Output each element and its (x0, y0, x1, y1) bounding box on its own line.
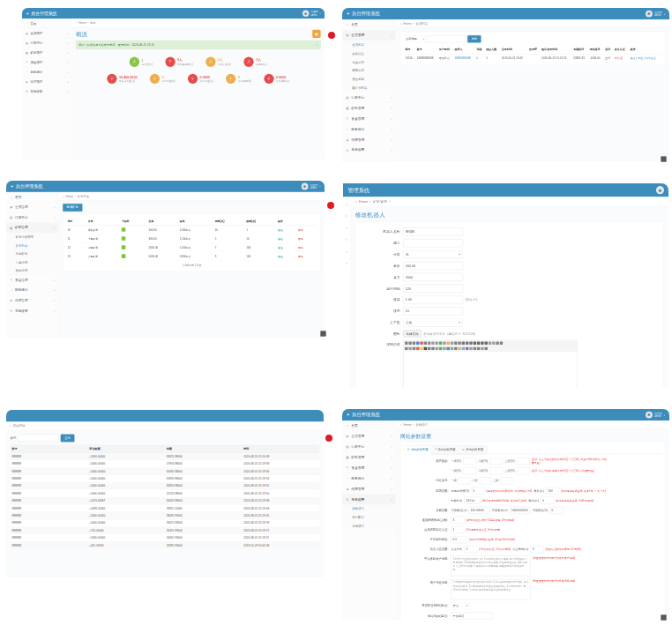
editor-tool-icon[interactable] (431, 347, 434, 350)
sidebar-subitem[interactable]: 订单记录 (6, 258, 58, 267)
table-header-cell[interactable]: 余额排序 (572, 46, 588, 54)
search-control[interactable] (19, 435, 59, 442)
filter-control[interactable] (429, 35, 466, 42)
table-row[interactable]: 888888+1440.0000017905.980002020-08-15 2… (11, 460, 319, 467)
table-row[interactable]: 888888+720.0000025451.930002020-08-15 21… (11, 527, 319, 534)
table-row[interactable]: 13大型矿机图5000.000.80/每天3100修改删除 (66, 252, 317, 261)
sidebar-subitem[interactable]: 银行卡列表 (342, 84, 396, 93)
table-row[interactable]: 888888+1440.0000050345.980002020-08-15 2… (11, 467, 319, 474)
corner-action-button[interactable]: ▦ (312, 30, 320, 38)
sidebar-subitem[interactable]: 提现记录 (342, 67, 396, 76)
table-cell[interactable]: 300.00 (148, 237, 156, 240)
editor-tool-icon[interactable] (420, 342, 422, 345)
form-segment[interactable] (517, 458, 530, 465)
table-header-cell[interactable]: 状态 (604, 46, 614, 54)
editor-tool-icon[interactable] (466, 347, 468, 350)
form-segment[interactable] (459, 477, 470, 484)
user-menu[interactable]: ☻ (656, 186, 668, 194)
form-segment[interactable]: 0 (549, 507, 563, 514)
sidebar-item[interactable]: ⚙ 系统设置 ∨ 参数设置支付配置其他设置 (342, 495, 396, 531)
sidebar-item[interactable]: ♟ 代理管理 ∨ (342, 484, 396, 495)
sidebar-item[interactable]: ¥ 资金管理 ∨ (342, 463, 396, 473)
search-control[interactable]: 查询 (61, 435, 75, 443)
table-row[interactable]: 888888+1440.0000028081.930002020-08-15 2… (11, 512, 319, 519)
table-row[interactable]: 888888+1440.0000055905.980002020-08-15 2… (11, 482, 319, 489)
table-cell[interactable]: 修改 (278, 255, 283, 257)
form-segment[interactable] (489, 467, 503, 474)
table-header-cell[interactable]: 推荐人 (453, 46, 475, 54)
table-row[interactable]: 11小型矿机图300.001.50/每天510修改删除 (66, 234, 317, 243)
table-cell[interactable]: 10 (68, 228, 71, 231)
table-row[interactable]: 10体验矿机图100.002.00/每天101修改删除 (66, 226, 317, 234)
editor-tool-icon[interactable] (436, 342, 438, 345)
editor-tool-icon[interactable] (424, 342, 427, 345)
sidebar-item[interactable]: ◉ 会员管理 ∨ (6, 203, 58, 213)
table-cell[interactable]: 1.00/每天 (180, 246, 191, 249)
tab[interactable]: ¥ 收益参数配置 (432, 445, 459, 454)
sidebar-item[interactable]: ♟ 代理管理 ∨ (6, 295, 58, 306)
editor-tool-icon[interactable] (462, 347, 465, 350)
breadcrumb-home[interactable]: Home (78, 21, 86, 25)
form-segment[interactable] (480, 477, 491, 484)
table-cell[interactable]: 1 (246, 228, 248, 231)
form-segment[interactable] (489, 458, 503, 465)
table-cell[interactable]: 修改 (278, 237, 283, 240)
sidebar-item[interactable]: ◔ 财务统计 ∨ (6, 286, 58, 296)
form-segment[interactable] (517, 467, 530, 474)
form-segment[interactable]: 2000 (403, 273, 463, 281)
editor-tool-icon[interactable] (458, 347, 460, 350)
sidebar-item[interactable]: ♟ 代理管理 ∨ (22, 77, 71, 86)
sidebar-item[interactable]: ⌂ 首页 (342, 420, 396, 431)
form-segment[interactable]: 选择文件 (403, 330, 421, 337)
editor-tool-icon[interactable] (466, 342, 468, 345)
form-segment[interactable]: 24小时 (464, 497, 481, 504)
sidebar-item[interactable]: ◔ 财务统计 ∨ (342, 124, 396, 135)
editor-tool-icon[interactable] (477, 342, 480, 345)
sidebar-item[interactable]: ⚙ 系统设置 ∨ (6, 306, 58, 316)
sidebar-item[interactable]: ⚙ 系统设置 ∨ (342, 145, 396, 156)
table-cell[interactable]: 100 (246, 255, 250, 257)
sidebar-subitem[interactable]: 矿机分类管理 (6, 233, 58, 242)
editor-tool-icon[interactable] (485, 347, 488, 350)
form-segment[interactable]: 平台签名 (451, 613, 493, 620)
form-segment[interactable]: 100 (546, 487, 559, 495)
sidebar-subitem[interactable]: 矿机列表 (6, 242, 58, 250)
form-segment[interactable]: 120 (403, 285, 463, 293)
editor-tool-icon[interactable] (443, 347, 445, 350)
table-header-cell[interactable]: 编号 (404, 46, 415, 54)
form-segment[interactable] (403, 239, 463, 247)
editor-tool-icon[interactable] (474, 347, 476, 350)
table-cell[interactable]: 0.80/每天 (180, 255, 191, 257)
sidebar-item[interactable]: ¥ 资金管理 ∨ (6, 275, 58, 286)
sidebar-item[interactable]: ¥ 资金管理 ∨ (342, 114, 396, 124)
sidebar-item[interactable]: ◉ 会员管理 ∨ (342, 431, 396, 442)
sidebar-subitem[interactable]: 实名认证 (342, 49, 396, 58)
editor-tool-icon[interactable] (420, 347, 422, 350)
filter-control[interactable]: 搜索 (467, 35, 481, 42)
table-cell[interactable]: 体验矿机 (88, 228, 99, 231)
editor-tool-icon[interactable] (469, 342, 472, 345)
table-row[interactable]: 888888+1440.0000051835.980002020-08-15 2… (11, 475, 319, 482)
sidebar-item[interactable]: ▤ 订单中心 ∨ (6, 212, 58, 223)
form-segment[interactable]: 1.00 (403, 296, 463, 304)
table-header-cell[interactable]: 等级 (475, 46, 485, 54)
editor-tool-icon[interactable] (408, 342, 411, 345)
form-segment[interactable]: 500.00 (403, 262, 463, 270)
sidebar-item[interactable]: ¥ 资金管理 ∨ (22, 57, 71, 67)
sidebar-item[interactable]: ◔ 财务统计 ∨ (342, 473, 396, 484)
editor-tool-icon[interactable] (413, 342, 415, 345)
editor-tool-icon[interactable] (492, 342, 495, 345)
table-cell[interactable]: 5000.00 (148, 255, 158, 257)
form-segment[interactable] (463, 458, 476, 465)
table-cell[interactable]: 3 (215, 255, 217, 257)
editor-tool-icon[interactable] (451, 342, 453, 345)
breadcrumb-home[interactable]: Home (359, 200, 369, 205)
sidebar-subitem[interactable]: 支付配置 (342, 513, 396, 522)
sidebar-subitem[interactable]: 资金明细 (342, 75, 396, 84)
form-segment[interactable]: 开启 (451, 602, 469, 609)
table-header-cell[interactable]: 团队人数 (485, 46, 501, 54)
table-cell[interactable]: 11 (68, 237, 71, 240)
sidebar-item[interactable]: ⌂ 首页 (6, 192, 58, 203)
sidebar-item[interactable]: ▦ 矿机管理 ∨ 矿机分类管理矿机列表已购矿机订单记录收益记录 (6, 223, 58, 275)
editor-tool-icon[interactable] (469, 347, 472, 350)
